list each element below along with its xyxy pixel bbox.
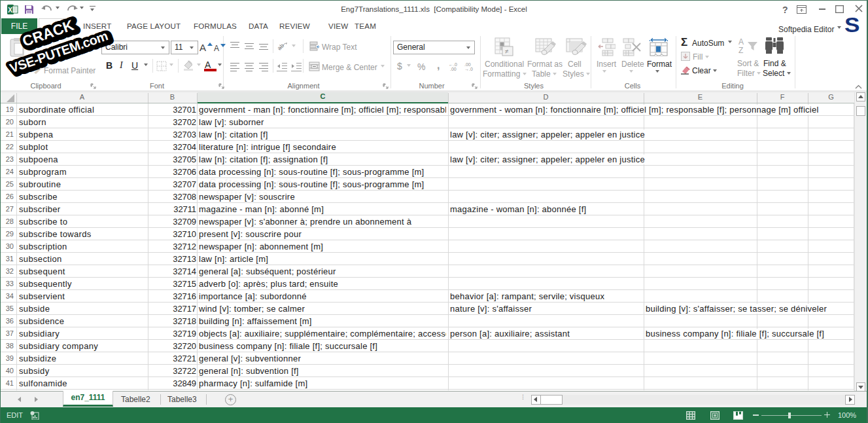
svg-text:.00: .00 [464, 62, 471, 67]
svg-text:ab: ab [277, 43, 285, 52]
svg-text:→.0: →.0 [464, 67, 473, 71]
svg-text:A: A [738, 37, 744, 46]
svg-text:Z: Z [738, 46, 743, 54]
svg-text:←.0: ←.0 [449, 62, 457, 67]
svg-text:.00: .00 [450, 67, 457, 71]
svg-text:≠: ≠ [505, 48, 509, 55]
